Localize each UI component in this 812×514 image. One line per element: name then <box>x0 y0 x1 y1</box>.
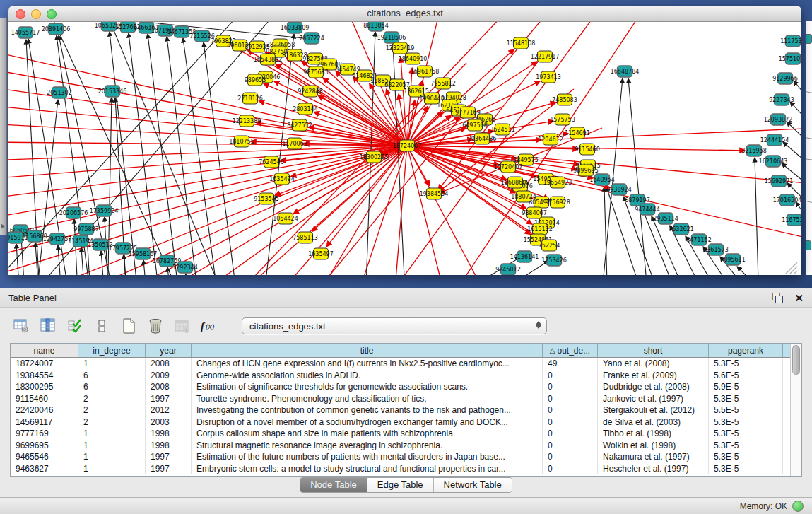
tab-network-table[interactable]: Network Table <box>433 478 512 492</box>
graph-node[interactable]: 7632621 <box>669 223 694 235</box>
column-header-title[interactable]: title <box>192 344 543 357</box>
graph-node[interactable]: 19384554 <box>420 188 449 199</box>
table-cell: Stergiakouli et al. (2012) <box>598 404 709 416</box>
table-row[interactable]: 1938455462009Genome-wide association stu… <box>11 370 801 382</box>
table-cell: 2012 <box>146 404 192 416</box>
graph-node[interactable]: 752254 <box>539 240 560 251</box>
graph-node[interactable]: 12325419 <box>386 42 415 54</box>
table-scrollbar[interactable] <box>790 344 801 476</box>
table-cell: 5.5E-5 <box>709 404 783 416</box>
graph-node[interactable]: 18640910 <box>399 53 428 64</box>
graph-node[interactable]: 12217917 <box>531 51 560 62</box>
table-row[interactable]: 1830029562008Estimation of significance … <box>11 381 801 393</box>
network-canvas[interactable]: 1405571720891406106532871527602646616110… <box>8 22 801 275</box>
graph-node[interactable]: 3215958 <box>741 145 767 156</box>
table-cell: 5.3E-5 <box>709 416 783 428</box>
float-window-icon[interactable] <box>772 293 783 303</box>
svg-text:18640910: 18640910 <box>399 56 428 62</box>
column-header-short[interactable]: short <box>598 344 709 357</box>
graph-node[interactable]: 15751074 <box>779 53 801 64</box>
column-header-year[interactable]: year <box>146 344 192 357</box>
close-panel-icon[interactable]: ✕ <box>794 293 804 303</box>
graph-node[interactable]: 9129966 <box>772 73 798 84</box>
graph-edge <box>270 146 407 275</box>
svg-text:17016504: 17016504 <box>773 197 801 204</box>
graph-node[interactable]: 9115460 <box>575 144 600 155</box>
graph-node[interactable]: 19218506 <box>377 32 406 43</box>
graph-node[interactable]: 3624511 <box>490 124 515 135</box>
function-builder-icon[interactable]: f(x) <box>199 317 218 336</box>
minimize-window-button[interactable] <box>31 9 41 19</box>
table-cell: 9115460 <box>11 393 78 405</box>
graph-node[interactable]: 9227343 <box>769 94 794 105</box>
zoom-window-button[interactable] <box>47 9 57 19</box>
row-height-icon[interactable] <box>92 317 111 336</box>
graph-node[interactable]: 9361573 <box>703 244 729 255</box>
column-header-pagerank[interactable]: pagerank <box>709 344 783 357</box>
svg-text:9884067: 9884067 <box>522 210 547 216</box>
table-row[interactable]: 969969511998Structural magnetic resonanc… <box>11 440 801 452</box>
graph-node[interactable]: 9245012 <box>495 264 521 275</box>
graph-node[interactable]: 1117532 <box>780 35 801 47</box>
window-titlebar[interactable]: citations_edges.txt <box>8 6 801 22</box>
table-row[interactable]: 2242004622012Investigating the contribut… <box>11 404 801 416</box>
background-window-sliver <box>806 21 812 275</box>
graph-node[interactable]: 1575753 <box>550 114 575 125</box>
table-row[interactable]: 946554611997Estimation of the future num… <box>11 451 801 463</box>
graph-node[interactable]: 8938924 <box>606 184 632 195</box>
graph-node[interactable]: 1054424 <box>273 213 298 224</box>
graph-node[interactable]: 7585113 <box>293 232 318 243</box>
table-row[interactable]: 977716911998Corpus callosum shape and si… <box>11 428 801 440</box>
graph-node[interactable]: 20891406 <box>42 23 71 35</box>
select-rows-icon[interactable] <box>65 317 84 336</box>
table-cell: 5.3E-5 <box>709 463 783 475</box>
graph-node[interactable]: 20153346 <box>98 86 127 97</box>
new-table-icon[interactable] <box>119 317 138 336</box>
table-settings-icon[interactable] <box>11 317 30 336</box>
graph-node[interactable]: 7485083 <box>552 94 577 105</box>
graph-node[interactable]: 7895611 <box>720 254 746 265</box>
svg-text:1167533: 1167533 <box>782 217 801 223</box>
graph-node[interactable]: 14055717 <box>11 27 40 38</box>
scrollbar-thumb[interactable] <box>792 345 800 375</box>
delete-table-icon[interactable] <box>172 317 192 336</box>
network-table-selector[interactable]: citations_edges.txt <box>242 317 547 334</box>
close-window-button[interactable] <box>16 9 25 19</box>
graph-node[interactable]: 8813054 <box>363 22 389 31</box>
delete-rows-icon[interactable] <box>146 317 165 336</box>
graph-node[interactable]: 2935114 <box>653 213 678 224</box>
collapsed-control-panel[interactable] <box>0 18 7 235</box>
table-row[interactable]: 946362711997Embryonic stem cells: a mode… <box>11 463 801 475</box>
graph-node[interactable]: 1635497 <box>308 248 334 259</box>
graph-node[interactable]: 1640954 <box>589 174 615 185</box>
graph-node[interactable]: 1154691 <box>565 127 590 139</box>
table-row[interactable]: 1456911722003Disruption of a novel membe… <box>11 416 801 428</box>
table-cell: 0 <box>543 381 598 393</box>
column-visibility-icon[interactable] <box>38 317 57 336</box>
table-cell: 5.3E-5 <box>709 358 783 370</box>
resize-grip-icon[interactable] <box>790 267 797 274</box>
graph-node[interactable]: 16961758 <box>411 66 440 77</box>
graph-node[interactable]: 16033809 <box>281 22 310 33</box>
table-row[interactable]: 911546021997Tourette syndrome. Phenomeno… <box>11 393 801 405</box>
graph-node[interactable]: 9975887 <box>73 223 99 235</box>
graph-node[interactable]: 2718126 <box>237 93 263 104</box>
graph-node[interactable]: 1753426 <box>541 255 567 266</box>
resize-grip-icon[interactable] <box>794 271 797 274</box>
graph-node[interactable]: 11548108 <box>507 37 536 49</box>
graph-node[interactable]: 7857224 <box>299 33 324 44</box>
graph-node[interactable]: 16210643 <box>759 156 788 167</box>
graph-node[interactable]: 2051302 <box>47 87 72 98</box>
table-row[interactable]: 1872400712008Changes of HCN gene express… <box>11 358 801 370</box>
tab-edge-table[interactable]: Edge Table <box>367 478 433 492</box>
table-cell: 5.3E-5 <box>709 393 783 405</box>
tab-node-table[interactable]: Node Table <box>300 478 367 492</box>
graph-node[interactable]: 989653 <box>245 74 266 86</box>
svg-text:9474444: 9474444 <box>635 206 660 213</box>
graph-node[interactable]: 16648784 <box>611 66 640 77</box>
graph-node[interactable]: 1167533 <box>782 214 801 226</box>
column-header-name[interactable]: name <box>11 344 78 357</box>
panel-expand-arrow-icon[interactable] <box>1 223 5 229</box>
column-header-out_de[interactable]: △out_de... <box>543 344 598 357</box>
column-header-in_degree[interactable]: in_degree <box>78 344 146 357</box>
